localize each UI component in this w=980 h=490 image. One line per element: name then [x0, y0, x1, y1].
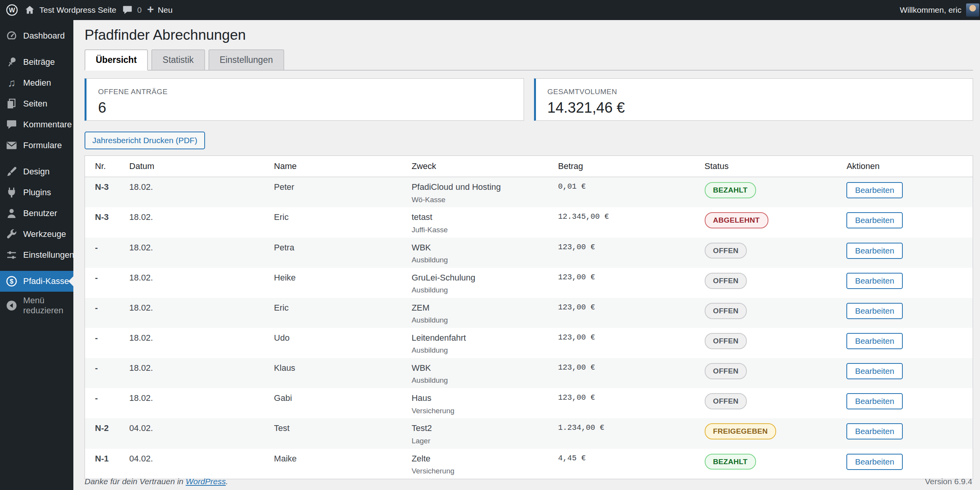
user-avatar[interactable] — [966, 3, 979, 17]
tab-statistik[interactable]: Statistik — [151, 49, 205, 70]
version-text: Version 6.9.4 — [925, 477, 972, 486]
row-name: Eric — [268, 207, 405, 237]
stat-cards: OFFENE ANTRÄGE 6 GESAMTVOLUMEN 14.321,46… — [85, 78, 973, 121]
stat-card-offene-antraege: OFFENE ANTRÄGE 6 — [85, 78, 524, 121]
row-name: Peter — [268, 177, 405, 208]
tab-bar: ÜbersichtStatistikEinstellungen — [85, 49, 973, 71]
wordpress-logo-icon[interactable]: W — [5, 3, 19, 17]
table-body: N-3 18.02. Peter PfadiCloud und Hosting … — [85, 177, 973, 479]
edit-button[interactable]: Bearbeiten — [846, 393, 903, 409]
annual-report-pdf-button[interactable]: Jahresbericht Drucken (PDF) — [85, 132, 205, 149]
column-header-aktionen: Aktionen — [840, 156, 973, 177]
row-betrag: 1.234,00 € — [552, 418, 698, 448]
row-nr: N-3 — [85, 177, 123, 208]
row-nr: N-1 — [85, 449, 123, 479]
sidebar-item-einstellungen[interactable]: Einstellungen — [0, 245, 73, 265]
sidebar-item-medien[interactable]: ♫ Medien — [0, 73, 73, 93]
stat-card-value: 6 — [98, 100, 512, 116]
sidebar-item-dashboard[interactable]: Dashboard — [0, 25, 73, 46]
wordpress-admin-page: { "admin_bar": { "site_name": "Test Word… — [0, 0, 980, 490]
column-header-name: Name — [268, 156, 405, 177]
row-nr: - — [85, 298, 123, 328]
new-content-button[interactable]: + Neu — [147, 5, 173, 15]
column-header-status: Status — [699, 156, 841, 177]
stat-card-value: 14.321,46 € — [548, 100, 961, 116]
row-kategorie: Juffi-Kasse — [412, 226, 546, 234]
collapse-icon — [5, 299, 18, 312]
sidebar-item-plugins[interactable]: Plugins — [0, 182, 73, 203]
row-nr: - — [85, 238, 123, 268]
wordpress-link[interactable]: WordPress — [186, 477, 226, 486]
table-row: - 18.02. Udo Leitendenfahrt Ausbildung 1… — [85, 328, 973, 358]
row-datum: 18.02. — [123, 207, 268, 237]
row-kategorie: Ausbildung — [412, 346, 546, 355]
admin-bar-right: Willkommen, eric — [900, 3, 980, 17]
row-zweck: Haus — [412, 393, 546, 403]
site-link[interactable]: Test Wordpress Seite — [24, 4, 116, 16]
status-badge: ABGELEHNT — [705, 212, 768, 228]
billing-table-card: Nr.DatumNameZweckBetragStatusAktionen N-… — [85, 155, 973, 479]
home-icon — [24, 4, 36, 16]
edit-button[interactable]: Bearbeiten — [846, 423, 903, 439]
table-row: N-3 18.02. Peter PfadiCloud und Hosting … — [85, 177, 973, 208]
sidebar-item-beitr-ge[interactable]: Beiträge — [0, 52, 73, 73]
comments-count: 0 — [137, 5, 142, 15]
tab-bersicht[interactable]: Übersicht — [85, 49, 148, 71]
sidebar-item-kommentare[interactable]: Kommentare — [0, 114, 73, 135]
tools-icon — [5, 228, 18, 241]
status-badge: OFFEN — [705, 393, 747, 409]
row-name: Eric — [268, 298, 405, 328]
page-title: Pfadfinder Abrechnungen — [85, 26, 973, 44]
edit-button[interactable]: Bearbeiten — [846, 333, 903, 349]
sidebar-item-men-reduzieren[interactable]: Menü reduzieren — [0, 292, 73, 319]
status-badge: OFFEN — [705, 303, 747, 319]
row-kategorie: Ausbildung — [412, 376, 546, 385]
status-badge: FREIGEGEBEN — [705, 423, 777, 439]
edit-button[interactable]: Bearbeiten — [846, 273, 903, 289]
row-nr: - — [85, 388, 123, 418]
status-badge: OFFEN — [705, 333, 747, 349]
status-badge: BEZAHLT — [705, 454, 756, 470]
row-name: Petra — [268, 238, 405, 268]
row-datum: 18.02. — [123, 298, 268, 328]
users-icon — [5, 207, 18, 220]
column-header-nr: Nr. — [85, 156, 123, 177]
edit-button[interactable]: Bearbeiten — [846, 363, 903, 379]
edit-button[interactable]: Bearbeiten — [846, 454, 903, 470]
edit-button[interactable]: Bearbeiten — [846, 303, 903, 319]
sidebar-item-formulare[interactable]: Formulare — [0, 135, 73, 156]
row-datum: 04.02. — [123, 418, 268, 448]
edit-button[interactable]: Bearbeiten — [846, 243, 903, 259]
sidebar-item-pfadi-kasse[interactable]: $ Pfadi-Kasse — [0, 271, 73, 292]
edit-button[interactable]: Bearbeiten — [846, 212, 903, 228]
row-nr: - — [85, 358, 123, 388]
table-row: N-1 04.02. Maike Zelte Versicherung 4,45… — [85, 449, 973, 479]
table-row: N-2 04.02. Test Test2 Lager 1.234,00 € F… — [85, 418, 973, 448]
sidebar-item-werkzeuge[interactable]: Werkzeuge — [0, 224, 73, 245]
footer-thanks: Danke für dein Vertrauen in WordPress. — [85, 477, 228, 486]
sidebar-item-benutzer[interactable]: Benutzer — [0, 203, 73, 224]
status-badge: OFFEN — [705, 363, 747, 379]
column-header-datum: Datum — [123, 156, 268, 177]
footer: Danke für dein Vertrauen in WordPress. V… — [85, 477, 972, 486]
sidebar-item-seiten[interactable]: Seiten — [0, 93, 73, 114]
site-name: Test Wordpress Seite — [39, 5, 116, 15]
row-kategorie: Wö-Kasse — [412, 196, 546, 204]
row-datum: 18.02. — [123, 177, 268, 208]
welcome-text[interactable]: Willkommen, eric — [900, 5, 961, 15]
row-zweck: Zelte — [412, 454, 546, 463]
dashboard-icon — [5, 29, 18, 42]
status-badge: OFFEN — [705, 273, 747, 289]
status-badge: OFFEN — [705, 243, 747, 259]
table-row: - 18.02. Eric ZEM Ausbildung 123,00 € OF… — [85, 298, 973, 328]
sidebar-item-design[interactable]: Design — [0, 161, 73, 182]
row-betrag: 123,00 € — [552, 388, 698, 418]
plus-icon: + — [147, 3, 154, 15]
table-row: - 18.02. Klaus WBK Ausbildung 123,00 € O… — [85, 358, 973, 388]
comments-icon — [5, 118, 18, 131]
comments-shortcut[interactable]: 0 — [122, 4, 142, 16]
edit-button[interactable]: Bearbeiten — [846, 182, 903, 198]
media-icon: ♫ — [5, 76, 18, 90]
tab-einstellungen[interactable]: Einstellungen — [209, 49, 284, 70]
row-betrag: 123,00 € — [552, 328, 698, 358]
